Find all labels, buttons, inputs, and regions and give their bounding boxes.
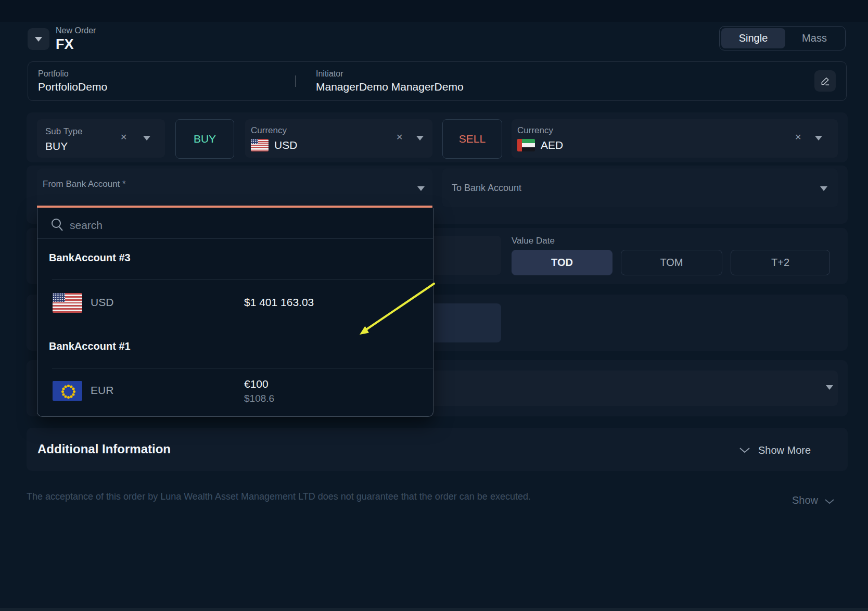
clear-icon[interactable]: ✕ [396, 133, 403, 142]
clear-icon[interactable]: ✕ [120, 133, 127, 142]
eu-flag-icon [53, 381, 82, 401]
fx-new-order-page: New Order FX Single Mass Portfolio Portf… [0, 0, 868, 611]
sell-currency-label: Currency [517, 125, 553, 135]
additional-information-section: Additional Information Show More [27, 428, 848, 471]
sub-type-value: BUY [45, 140, 68, 152]
divider [295, 75, 296, 87]
portfolio-label: Portfolio [38, 69, 69, 79]
account-currency: EUR [91, 384, 113, 397]
value-date-tom-button[interactable]: TOM [621, 250, 722, 275]
value-date-label: Value Date [512, 236, 555, 246]
additional-information-title: Additional Information [37, 442, 171, 456]
disclaimer-text: The acceptance of this order by Luna Wea… [27, 491, 531, 502]
from-bank-account-label: From Bank Account * [43, 179, 126, 189]
chevron-down-icon[interactable] [143, 136, 150, 141]
value-date-t2-button[interactable]: T+2 [731, 250, 830, 275]
bank-account-option-eur[interactable]: EUR €100 $108.6 [37, 374, 433, 412]
sell-currency-field[interactable]: Currency AED ✕ [512, 119, 838, 158]
bank-account-group-header: BankAccount #3 [49, 252, 131, 264]
chevron-down-icon [35, 37, 42, 42]
buy-currency-label: Currency [251, 125, 287, 135]
chevron-down-icon [824, 498, 835, 505]
portfolio-initiator-card: Portfolio PortfolioDemo Initiator Manage… [28, 61, 847, 101]
bank-account-group-header: BankAccount #1 [49, 340, 131, 352]
initiator-label: Initiator [316, 69, 343, 79]
account-amount: $1 401 163.03 [244, 296, 314, 309]
chevron-down-icon[interactable] [417, 186, 425, 191]
to-bank-account-field[interactable]: To Bank Account [442, 169, 838, 207]
bottom-strip [0, 608, 868, 611]
account-amount: €100 [244, 378, 269, 390]
chevron-down-icon[interactable] [416, 136, 424, 141]
show-more-label: Show More [758, 444, 811, 456]
chevron-down-icon[interactable] [815, 136, 822, 141]
value-date-tod-button[interactable]: TOD [512, 250, 612, 275]
show-label: Show [792, 494, 818, 506]
toggle-mass[interactable]: Mass [785, 28, 844, 48]
buy-currency-value: USD [274, 139, 297, 151]
sub-type-field[interactable]: Sub Type BUY ✕ [37, 119, 165, 158]
account-amount-secondary: $108.6 [244, 393, 274, 404]
chevron-down-icon[interactable] [820, 186, 827, 191]
edit-button[interactable] [814, 70, 836, 92]
buy-side-button[interactable]: BUY [175, 119, 234, 159]
chevron-down-icon[interactable] [826, 385, 833, 390]
focus-underline [37, 206, 432, 208]
to-bank-account-label: To Bank Account [452, 183, 521, 193]
search-icon [50, 217, 66, 233]
us-flag-icon [53, 293, 82, 313]
search-input[interactable]: search [70, 219, 103, 232]
bank-account-option-usd[interactable]: USD $1 401 163.03 [37, 286, 433, 321]
initiator-value[interactable]: ManagerDemo ManagerDemo [316, 81, 464, 93]
from-bank-account-field[interactable]: From Bank Account * [37, 169, 432, 207]
new-order-label: New Order [56, 26, 96, 35]
bank-account-dropdown-panel: search BankAccount #3 USD $1 401 163.03 … [37, 208, 433, 417]
buy-currency-field[interactable]: Currency USD ✕ [245, 119, 432, 158]
top-strip [0, 0, 868, 22]
portfolio-value[interactable]: PortfolioDemo [38, 81, 107, 93]
sub-type-label: Sub Type [45, 126, 83, 136]
account-currency: USD [91, 296, 113, 309]
sell-side-button[interactable]: SELL [442, 119, 502, 159]
ae-flag-icon [517, 139, 535, 151]
clear-icon[interactable]: ✕ [795, 133, 801, 142]
single-mass-toggle: Single Mass [719, 26, 846, 50]
order-type-dropdown-button[interactable] [28, 28, 49, 50]
chevron-down-icon [739, 447, 750, 454]
sell-currency-value: AED [541, 139, 563, 151]
page-title: FX [56, 36, 74, 53]
pencil-icon [820, 76, 831, 86]
toggle-single[interactable]: Single [721, 28, 785, 48]
us-flag-icon [251, 139, 269, 151]
show-button[interactable]: Show [792, 494, 835, 506]
